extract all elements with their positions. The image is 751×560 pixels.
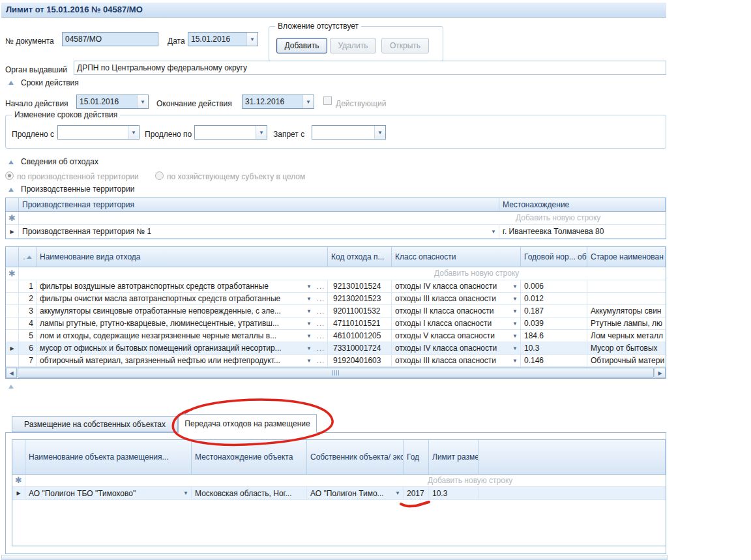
chevron-down-icon[interactable]: ▼ xyxy=(256,126,267,139)
waste-code-cell[interactable]: 92130101524 xyxy=(328,280,392,292)
object-name-cell[interactable]: АО "Полигон ТБО "Тимохово"▼ xyxy=(25,487,192,499)
waste-add-row[interactable]: ✱ Добавить новую строку xyxy=(6,267,666,280)
old-name-cell[interactable]: Лом черных металл xyxy=(587,330,666,342)
waste-code-column-header[interactable]: Код отхода п... xyxy=(328,247,392,267)
territories-row[interactable]: ▶ Производственная территория № 1 ▼ г. И… xyxy=(6,225,666,239)
territory-cell[interactable]: Производственная территория № 1 ▼ xyxy=(19,225,499,238)
waste-row[interactable]: 3 аккумуляторы свинцовые отработанные не… xyxy=(6,305,666,317)
chevron-down-icon[interactable]: ▼ xyxy=(246,33,258,46)
annual-norm-cell[interactable]: 0.006 xyxy=(521,280,587,292)
by-territory-radio[interactable] xyxy=(5,171,14,180)
ellipsis-icon[interactable]: ... xyxy=(314,319,327,327)
authority-input[interactable]: ДРПН по Центральному федеральному округу xyxy=(74,61,666,75)
prolonged-from-input[interactable]: ▼ xyxy=(57,125,140,140)
ellipsis-icon[interactable]: ... xyxy=(314,295,327,302)
waste-name-cell[interactable]: лампы ртутные, ртутно-кварцевые, люминес… xyxy=(37,317,328,329)
object-location-column-header[interactable]: Местонахождение объекта xyxy=(192,440,307,474)
waste-row[interactable]: 1 фильтры воздушные автотранспортных сре… xyxy=(6,280,666,293)
ellipsis-icon[interactable]: ... xyxy=(314,282,327,290)
owner-cell[interactable]: АО "Полигон Тимо...▼ xyxy=(307,487,404,499)
chevron-down-icon[interactable]: ▼ xyxy=(304,296,314,302)
chevron-down-icon[interactable]: ▼ xyxy=(181,490,191,496)
tab-transfer[interactable]: Передача отходов на размещение xyxy=(178,414,317,433)
scroll-left-icon[interactable]: ◀ xyxy=(6,368,17,378)
prolonged-to-value[interactable] xyxy=(195,126,256,139)
add-row-text[interactable]: Добавить новую строку xyxy=(434,269,519,278)
hazard-class-cell[interactable]: отходы V класса опасности▼ xyxy=(392,330,521,342)
attachment-delete-button[interactable]: Удалить xyxy=(330,38,376,53)
validity-start-input[interactable]: 15.01.2016 ▼ xyxy=(76,95,149,109)
date-input[interactable]: 15.01.2016 ▼ xyxy=(188,32,258,46)
waste-code-cell[interactable]: 92130201523 xyxy=(328,293,392,304)
annual-norm-cell[interactable]: 0.146 xyxy=(521,355,587,366)
chevron-down-icon[interactable]: ▼ xyxy=(510,358,520,364)
validity-end-value[interactable]: 31.12.2016 xyxy=(243,95,302,108)
hazard-class-column-header[interactable]: Класс опасности xyxy=(392,247,521,267)
old-name-cell[interactable] xyxy=(587,293,666,304)
chevron-down-icon[interactable]: ▼ xyxy=(488,229,499,235)
by-entity-radio[interactable] xyxy=(155,171,164,180)
territories-section-title[interactable]: Производственные территории xyxy=(21,184,134,194)
tab-own-objects[interactable]: Размещение на собственных объектах xyxy=(12,416,178,432)
waste-info-section-title[interactable]: Сведения об отходах xyxy=(21,157,98,166)
ban-from-input[interactable]: ▼ xyxy=(312,125,386,140)
annual-norm-cell[interactable]: 0.039 xyxy=(521,317,587,329)
chevron-down-icon[interactable]: ▼ xyxy=(128,126,139,139)
waste-row[interactable]: 2 фильтры очистки масла автотранспортных… xyxy=(6,293,666,305)
validity-section-title[interactable]: Сроки действия xyxy=(21,78,79,87)
horizontal-scrollbar[interactable]: ◀ ▶ xyxy=(6,367,666,378)
old-name-cell[interactable]: Аккумуляторы свин xyxy=(587,305,666,317)
waste-row[interactable]: 5 лом и отходы, содержащие незагрязненны… xyxy=(6,330,666,342)
ellipsis-icon[interactable]: ... xyxy=(314,307,327,315)
old-name-cell[interactable]: Ртутные лампы, лю xyxy=(587,317,666,329)
chevron-down-icon[interactable]: ▼ xyxy=(510,296,520,302)
old-name-cell[interactable]: Мусор от бытовых xyxy=(587,342,666,354)
ellipsis-icon[interactable]: ... xyxy=(314,357,327,364)
chevron-down-icon[interactable]: ▼ xyxy=(304,284,314,289)
waste-name-cell[interactable]: аккумуляторы свинцовые отработанные непо… xyxy=(37,305,328,317)
limit-column-header[interactable]: Лимит размеще... отходов, т. xyxy=(429,440,479,474)
annual-norm-cell[interactable]: 10.3 xyxy=(521,342,587,354)
waste-name-cell[interactable]: обтирочный материал, загрязненный нефтью… xyxy=(37,355,328,366)
annual-norm-cell[interactable]: 184.6 xyxy=(521,330,587,342)
waste-row[interactable]: 7 обтирочный материал, загрязненный нефт… xyxy=(6,355,666,367)
waste-name-cell[interactable]: фильтры очистки масла автотранспортных с… xyxy=(37,293,328,304)
attachment-open-button[interactable]: Открыть xyxy=(381,38,429,53)
chevron-down-icon[interactable]: ▼ xyxy=(510,284,520,289)
ellipsis-icon[interactable]: ... xyxy=(314,332,327,340)
collapse-icon[interactable] xyxy=(8,385,14,389)
add-row-text[interactable]: Добавить новую строку xyxy=(428,476,512,485)
year-cell[interactable]: 2017 xyxy=(404,487,429,499)
prolonged-to-input[interactable]: ▼ xyxy=(194,125,267,140)
hazard-class-cell[interactable]: отходы II класса опасности▼ xyxy=(392,305,521,317)
chevron-down-icon[interactable]: ▼ xyxy=(137,95,148,108)
date-value[interactable]: 15.01.2016 xyxy=(188,33,246,46)
territories-add-row[interactable]: ✱ Добавить новую строку xyxy=(6,212,666,225)
year-column-header[interactable]: Год xyxy=(404,440,429,474)
collapse-icon[interactable] xyxy=(8,188,14,192)
chevron-down-icon[interactable]: ▼ xyxy=(510,321,520,327)
chevron-down-icon[interactable]: ▼ xyxy=(304,346,314,351)
waste-row[interactable]: 4 лампы ртутные, ртутно-кварцевые, люмин… xyxy=(6,317,666,330)
waste-row-selected[interactable]: ▶ 6 мусор от офисных и бытовых помещений… xyxy=(6,342,666,355)
chevron-down-icon[interactable]: ▼ xyxy=(302,95,314,108)
hazard-class-cell[interactable]: отходы III класса опасности▼ xyxy=(392,293,521,304)
hazard-class-cell[interactable]: отходы I класса опасности▼ xyxy=(392,317,521,329)
annual-norm-cell[interactable]: 0.012 xyxy=(521,293,587,304)
chevron-down-icon[interactable]: ▼ xyxy=(510,308,520,314)
object-location-cell[interactable]: Московская область, Ног... xyxy=(192,487,307,499)
validity-end-input[interactable]: 31.12.2016 ▼ xyxy=(242,95,314,109)
waste-code-cell[interactable]: 46101001205 xyxy=(328,330,392,342)
waste-code-cell[interactable]: 91920401603 xyxy=(328,355,392,366)
document-number-input[interactable]: 04587/МО xyxy=(62,32,158,46)
chevron-down-icon[interactable]: ▼ xyxy=(510,333,520,339)
waste-code-cell[interactable]: 47110101521 xyxy=(328,317,392,329)
collapse-icon[interactable] xyxy=(8,81,14,85)
active-checkbox[interactable] xyxy=(323,96,332,105)
territory-column-header[interactable]: Производственная территория xyxy=(19,198,499,211)
hazard-class-cell[interactable]: отходы IV класса опасности▼ xyxy=(392,280,521,292)
territory-location-cell[interactable]: г. Ивантеевка Толмачева 80 xyxy=(499,225,666,238)
old-name-cell[interactable] xyxy=(587,280,666,292)
validity-start-value[interactable]: 15.01.2016 xyxy=(77,95,137,108)
placement-add-row[interactable]: ✱ Добавить новую строку xyxy=(12,475,666,487)
